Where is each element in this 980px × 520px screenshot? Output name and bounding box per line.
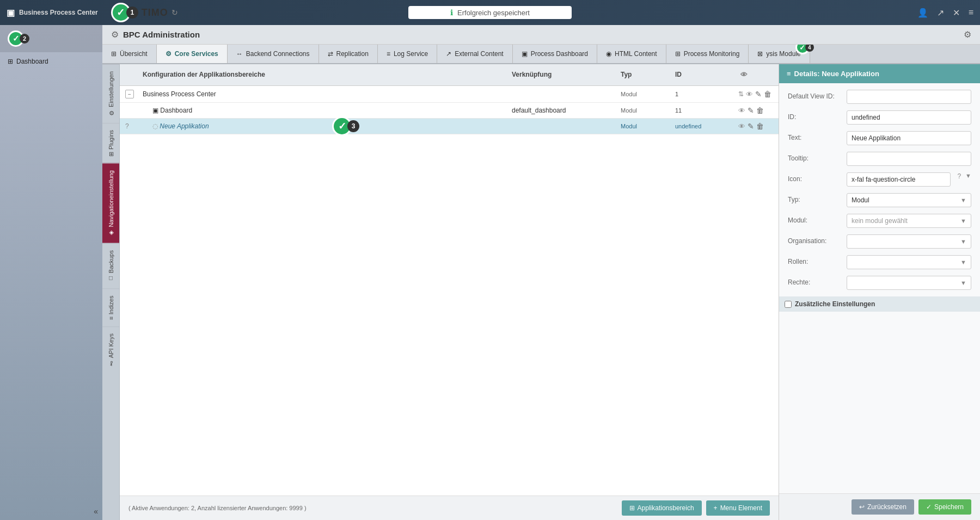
tab-backend-connections-icon: ↔ <box>236 50 243 58</box>
visibility-icon[interactable]: 👁 <box>738 122 745 131</box>
vnav-api-keys[interactable]: ⚷ API Keys <box>102 326 119 374</box>
row-check: ? <box>120 119 137 134</box>
text-label: Text: <box>788 131 842 141</box>
brand-refresh-icon[interactable]: ↻ <box>171 8 178 17</box>
tab-process-monitoring-icon: ⊞ <box>675 50 681 58</box>
tab-process-monitoring[interactable]: ⊞ Process Monitoring <box>666 45 749 63</box>
btn-speichern[interactable]: ✓ Speichern <box>918 499 971 515</box>
modul-value[interactable]: kein modul gewählt ▼ <box>847 214 971 228</box>
col-typ: Typ <box>615 69 670 81</box>
row-name-text: Dashboard <box>160 107 192 114</box>
share-icon[interactable]: ↗ <box>937 8 944 18</box>
menu-icon[interactable]: ≡ <box>969 8 973 17</box>
tab-backend-connections[interactable]: ↔ Backend Connections <box>228 45 319 63</box>
details-organisation-row: Organisation: ▼ <box>788 234 971 249</box>
tab-html-content-icon: ◉ <box>606 50 611 58</box>
row-typ: Modul <box>615 86 670 102</box>
icon-value: x-fal fa-question-circle <box>847 172 951 187</box>
tab-uebersicht-label: Übersicht <box>120 50 148 58</box>
top-bar-right: 👤 ↗ ✕ ≡ <box>917 8 973 18</box>
tab-external-content[interactable]: ↗ External Content <box>437 45 512 63</box>
rollen-value[interactable]: ▼ <box>847 255 971 269</box>
icon-dropdown-icon[interactable]: ▼ <box>965 172 971 179</box>
details-rollen-row: Rollen: ▼ <box>788 255 971 269</box>
tab-analysis-module-icon: ⊠ <box>757 50 763 58</box>
user-icon[interactable]: 👤 <box>917 8 928 18</box>
details-panel: ≡ Details: Neue Applikation Default View… <box>779 64 980 520</box>
col-actions: 👁 <box>735 69 779 81</box>
vnav-backups[interactable]: □ Backups <box>102 243 119 288</box>
tab-html-content[interactable]: ◉ HTML Content <box>597 45 666 63</box>
row-icon: ◌ <box>152 122 160 130</box>
visibility-icon[interactable]: 👁 <box>738 107 745 115</box>
icon-label: Icon: <box>788 172 842 183</box>
app-title: Business Process Center <box>19 9 98 16</box>
details-rechte-row: Rechte: ▼ <box>788 276 971 290</box>
details-modul-row: Modul: kein modul gewählt ▼ <box>788 214 971 228</box>
tab-process-dashboard[interactable]: ▣ Process Dashboard <box>513 45 597 63</box>
details-id-row: ID: undefined <box>788 110 971 125</box>
rechte-value[interactable]: ▼ <box>847 276 971 290</box>
row-question-icon: ? <box>125 122 129 130</box>
btn-menu-element[interactable]: + Menu Element <box>706 500 770 516</box>
organisation-value[interactable]: ▼ <box>847 234 971 249</box>
vnav-navigationeinstellung[interactable]: ◈ Navigationeinstellung <box>102 163 119 243</box>
tab-core-services[interactable]: ⚙ Core Services <box>157 45 228 64</box>
text-value[interactable]: Neue Applikation <box>847 131 971 145</box>
btn-zuruecksetzen[interactable]: ↩ Zurücksetzen <box>852 499 914 515</box>
success-message-text: Erfolgreich gespeichert <box>457 9 530 17</box>
vertical-nav: ⚙ Einstellungen ⊞ Plugins ◈ Navigationei… <box>102 64 120 520</box>
sort-icon[interactable]: ⇅ <box>738 90 744 98</box>
tab-backend-connections-label: Backend Connections <box>246 50 310 58</box>
vnav-plugins[interactable]: ⊞ Plugins <box>102 123 119 163</box>
table-footer: ( Aktive Anwendungen: 2, Anzahl lizensie… <box>120 496 779 520</box>
edit-icon[interactable]: ✎ <box>755 90 762 98</box>
typ-value[interactable]: Modul ▼ <box>847 193 971 207</box>
delete-icon[interactable]: 🗑 <box>756 106 764 115</box>
tab-replication-label: Replication <box>336 50 369 58</box>
table-row[interactable]: − Business Process Center Modul 1 ⇅ 👁 ✎ <box>120 86 779 103</box>
tab-replication[interactable]: ⇄ Replication <box>319 45 378 63</box>
footer-buttons: ⊞ Applikationsbereich + Menu Element <box>622 500 770 516</box>
details-text-row: Text: Neue Applikation <box>788 131 971 145</box>
row-expand-icon[interactable]: − <box>125 90 134 98</box>
col-name: Konfiguration der Applikationsbereiche <box>137 69 506 81</box>
typ-value-text: Modul <box>852 196 869 204</box>
close-icon[interactable]: ✕ <box>953 8 960 18</box>
vnav-indizes[interactable]: ≡ Indizes <box>102 288 119 326</box>
edit-icon[interactable]: ✎ <box>748 122 754 131</box>
row-actions: 👁 ✎ 🗑 <box>735 120 779 133</box>
btn-applikationsbereich[interactable]: ⊞ Applikationsbereich <box>622 500 702 516</box>
delete-icon[interactable]: 🗑 <box>756 122 764 131</box>
details-tooltip-row: Tooltip: <box>788 152 971 166</box>
top-right-gear-icon[interactable]: ⚙ <box>964 29 971 40</box>
sidebar-bottom: « <box>0 503 102 520</box>
tab-analysis-module[interactable]: ✓ 4 ⊠ ysis Module <box>749 45 810 63</box>
tab-core-services-icon: ⚙ <box>166 50 171 58</box>
id-label: ID: <box>788 110 842 121</box>
tooltip-value[interactable] <box>847 152 971 166</box>
visibility-icon[interactable]: 👁 <box>746 90 753 98</box>
additional-settings-header[interactable]: Zusätzliche Einstellungen <box>779 296 980 312</box>
brand-name: TIMO <box>142 7 168 18</box>
additional-settings-checkbox[interactable] <box>785 301 792 308</box>
main-layout: ✓ 2 ⊞ Dashboard « ⚙ BPC Administration ⚙… <box>0 25 980 520</box>
vnav-einstellungen[interactable]: ⚙ Einstellungen <box>102 64 119 123</box>
icon-help-icon[interactable]: ? <box>957 172 961 180</box>
default-view-id-value <box>847 90 971 104</box>
typ-label: Typ: <box>788 193 842 203</box>
col-eye-icon: 👁 <box>740 71 748 79</box>
tab-log-service[interactable]: ≡ Log Service <box>378 45 437 63</box>
collapse-sidebar-button[interactable]: « <box>94 507 98 516</box>
table-row-neue-applikation[interactable]: ? ◌ Neue Applikation Modul undefined 👁 <box>120 119 779 134</box>
tab-uebersicht[interactable]: ⊞ Übersicht <box>102 45 157 63</box>
table-row[interactable]: ▣ Dashboard default_dashboard Modul 11 👁… <box>120 103 779 119</box>
delete-icon[interactable]: 🗑 <box>764 90 771 98</box>
rechte-label: Rechte: <box>788 276 842 286</box>
sidebar-item-dashboard[interactable]: ⊞ Dashboard <box>0 52 102 71</box>
table-status-text: ( Aktive Anwendungen: 2, Anzahl lizensie… <box>128 505 307 511</box>
row-check <box>120 107 137 114</box>
details-default-view-id: Default View ID: <box>788 90 971 104</box>
sub-header: ⚙ BPC Administration ⚙ <box>102 25 980 45</box>
edit-icon[interactable]: ✎ <box>748 106 754 115</box>
